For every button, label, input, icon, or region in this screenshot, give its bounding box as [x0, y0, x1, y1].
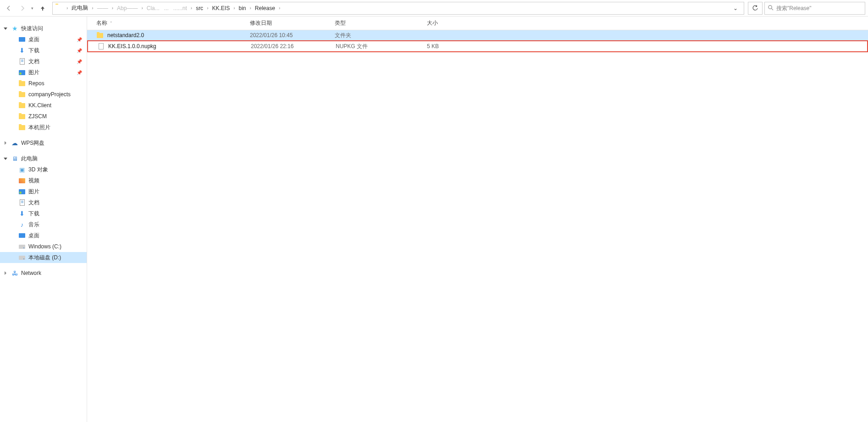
chevron-right-icon[interactable]: › — [91, 5, 94, 11]
sidebar-network[interactable]: 🖧 Network — [0, 268, 87, 279]
sidebar-item-label: 图片 — [28, 69, 39, 77]
chevron-right-icon[interactable]: › — [140, 5, 144, 11]
svg-line-1 — [771, 8, 773, 10]
breadcrumb-bin[interactable]: bin — [237, 2, 248, 14]
breadcrumb-obscured[interactable]: Cla... — [145, 2, 161, 14]
chevron-down-icon[interactable]: ▾ — [29, 6, 35, 11]
column-header-name[interactable]: 名称 ˄ — [87, 19, 245, 27]
sidebar-item-downloads[interactable]: ⬇ 下载 📌 — [0, 45, 87, 56]
sidebar-item-documents2[interactable]: 文档 — [0, 197, 87, 208]
sidebar-item-pictures2[interactable]: 图片 — [0, 186, 87, 197]
sidebar-item-label: 文档 — [28, 58, 39, 66]
sidebar-item-desktop[interactable]: 桌面 📌 — [0, 34, 87, 45]
pc-icon: 🖥 — [11, 155, 18, 162]
search-box[interactable] — [764, 2, 865, 15]
sidebar-item-downloads2[interactable]: ⬇ 下载 — [0, 208, 87, 219]
breadcrumb-obscured[interactable]: ......nt — [171, 2, 189, 14]
3d-icon: ▣ — [18, 166, 26, 173]
sidebar-item-companyprojects[interactable]: companyProjects — [0, 89, 87, 100]
sidebar-item-label: 下载 — [28, 47, 39, 55]
chevron-right-icon[interactable]: › — [278, 5, 281, 11]
file-name: netstandard2.0 — [107, 32, 144, 38]
sidebar-item-label: KK.Client — [28, 102, 51, 109]
column-header-date[interactable]: 修改日期 — [245, 19, 330, 27]
image-icon — [18, 188, 26, 195]
file-list: netstandard2.0 2022/01/26 10:45 文件夹 KK.E… — [87, 30, 868, 422]
chevron-right-icon[interactable]: › — [190, 5, 193, 11]
folder-icon — [55, 5, 63, 12]
sidebar-item-label: 桌面 — [28, 36, 39, 44]
sidebar-item-label: ZJSCM — [28, 113, 47, 120]
sidebar-item-pictures[interactable]: 图片 📌 — [0, 67, 87, 78]
sidebar-item-documents[interactable]: 文档 📌 — [0, 56, 87, 67]
sidebar-item-label: WPS网盘 — [21, 139, 44, 147]
toolbar: ▾ › 此电脑 › —— › Abp—— › Cla... ... ......… — [0, 0, 868, 16]
svg-point-0 — [768, 5, 772, 8]
sidebar-item-drived[interactable]: 本地磁盘 (D:) — [0, 252, 87, 263]
folder-icon — [18, 80, 26, 87]
sidebar-item-label: 图片 — [28, 188, 39, 196]
breadcrumb-obscured[interactable]: ... — [162, 2, 171, 14]
drive-icon — [18, 254, 26, 261]
sidebar-item-videos[interactable]: 视频 — [0, 175, 87, 186]
file-row-folder[interactable]: netstandard2.0 2022/01/26 10:45 文件夹 — [87, 30, 868, 40]
folder-icon — [18, 113, 26, 120]
sort-asc-icon: ˄ — [110, 21, 112, 26]
sidebar-quick-access[interactable]: ★ 快速访问 — [0, 23, 87, 34]
breadcrumb-root[interactable]: 此电脑 — [70, 2, 90, 14]
sidebar-item-music[interactable]: ♪ 音乐 — [0, 219, 87, 230]
sidebar-item-drivec[interactable]: Windows (C:) — [0, 241, 87, 252]
search-icon — [768, 5, 774, 12]
file-pane: 名称 ˄ 修改日期 类型 大小 netstandard2.0 2022/01/2… — [87, 16, 868, 422]
columns-header: 名称 ˄ 修改日期 类型 大小 — [87, 16, 868, 30]
address-bar[interactable]: › 此电脑 › —— › Abp—— › Cla... ... ......nt… — [52, 2, 744, 15]
sidebar-item-label: Windows (C:) — [28, 243, 61, 250]
network-icon: 🖧 — [11, 269, 18, 277]
column-label: 名称 — [96, 19, 107, 27]
sidebar-item-label: 桌面 — [28, 232, 39, 240]
sidebar-item-localphotos[interactable]: 本机照片 — [0, 122, 87, 133]
folder-icon — [18, 124, 26, 131]
breadcrumb-obscured[interactable]: —— — [95, 2, 110, 14]
sidebar-item-label: 本地磁盘 (D:) — [28, 254, 61, 262]
sidebar-item-kkclient[interactable]: KK.Client — [0, 100, 87, 111]
nav-forward-button[interactable] — [17, 2, 28, 14]
breadcrumb-kkeis[interactable]: KK.EIS — [210, 2, 232, 14]
sidebar-item-label: 快速访问 — [21, 25, 43, 33]
pin-icon: 📌 — [77, 37, 82, 42]
file-type: NUPKG 文件 — [331, 43, 402, 50]
sidebar-item-label: Network — [21, 270, 41, 276]
download-icon: ⬇ — [18, 210, 26, 217]
breadcrumb-release[interactable]: Release — [253, 2, 277, 14]
chevron-right-icon[interactable]: › — [249, 5, 252, 11]
sidebar-item-zjscm[interactable]: ZJSCM — [0, 111, 87, 122]
column-header-size[interactable]: 大小 — [401, 19, 447, 27]
sidebar-item-desktop2[interactable]: 桌面 — [0, 230, 87, 241]
folder-icon — [18, 91, 26, 98]
sidebar-item-3d[interactable]: ▣ 3D 对象 — [0, 164, 87, 175]
chevron-right-icon[interactable]: › — [66, 5, 69, 11]
chevron-right-icon[interactable]: › — [111, 5, 114, 11]
chevron-down-icon[interactable]: ⌄ — [730, 5, 741, 11]
sidebar: ★ 快速访问 桌面 📌 ⬇ 下载 📌 文档 📌 图片 📌 — [0, 16, 87, 422]
file-name: KK.EIS.1.0.0.nupkg — [108, 43, 156, 49]
folder-icon — [96, 32, 104, 39]
refresh-button[interactable] — [748, 2, 763, 15]
sidebar-wps[interactable]: ☁ WPS网盘 — [0, 137, 87, 148]
chevron-right-icon[interactable]: › — [232, 5, 236, 11]
column-header-type[interactable]: 类型 — [330, 19, 401, 27]
breadcrumb-src[interactable]: src — [194, 2, 205, 14]
nav-up-button[interactable] — [37, 2, 49, 14]
annotation-highlight: KK.EIS.1.0.0.nupkg 2022/01/26 22:16 NUPK… — [87, 40, 868, 52]
file-row-nupkg[interactable]: KK.EIS.1.0.0.nupkg 2022/01/26 22:16 NUPK… — [88, 41, 867, 51]
sidebar-item-label: 音乐 — [28, 221, 39, 229]
nav-back-button[interactable] — [3, 2, 15, 14]
sidebar-thispc[interactable]: 🖥 此电脑 — [0, 153, 87, 164]
chevron-right-icon[interactable]: › — [206, 5, 209, 11]
sidebar-item-repos[interactable]: Repos — [0, 78, 87, 89]
breadcrumb-obscured[interactable]: Abp—— — [115, 2, 139, 14]
drive-icon — [18, 243, 26, 250]
desktop-icon — [18, 232, 26, 239]
file-date: 2022/01/26 10:45 — [245, 32, 330, 38]
search-input[interactable] — [776, 5, 862, 11]
